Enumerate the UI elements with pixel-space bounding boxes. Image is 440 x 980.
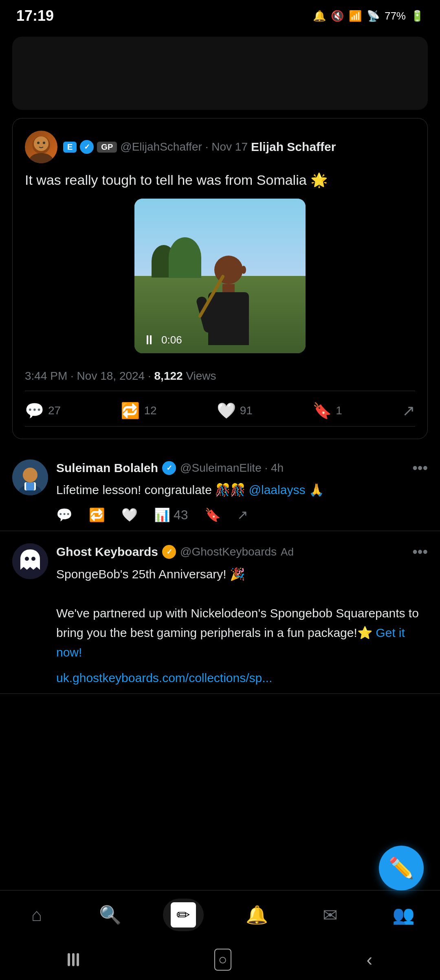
e-badge: E: [63, 142, 77, 153]
comment-actions-suleiman: 💬 🔁 🤍 📊 43 🔖 ↗: [56, 507, 428, 523]
retweet-count: 12: [144, 404, 156, 417]
username-row: E ✓ GP @ElijahSchaffer · Nov 17: [63, 140, 248, 154]
ad-label: Ad: [281, 546, 294, 558]
display-name: Elijah Schaffer: [251, 140, 336, 154]
ghost-handle: @GhostKeyboards: [180, 545, 277, 558]
ghost-verified: ✓: [162, 545, 176, 559]
mute-icon: 🔇: [331, 10, 344, 22]
suleiman-avatar[interactable]: [12, 459, 48, 495]
nav-notifications[interactable]: 🔔: [236, 899, 277, 931]
svg-point-11: [25, 557, 29, 561]
bookmark-count: 1: [336, 404, 342, 417]
like-action[interactable]: 🤍 91: [217, 402, 253, 420]
handle: @ElijahSchaffer: [120, 140, 202, 153]
back-btn[interactable]: ‹: [366, 949, 372, 970]
post-icon: ✏: [171, 902, 196, 928]
retweet-icon[interactable]: 🔁: [89, 507, 105, 523]
mail-icon: ✉: [323, 905, 338, 925]
mention[interactable]: @laalayss: [249, 483, 306, 497]
tweet-text: It was really tough to tell he was from …: [25, 170, 415, 190]
views-count: 43: [174, 508, 188, 523]
recent-apps-btn[interactable]: [68, 953, 79, 966]
share-icon: ↗: [402, 402, 415, 420]
svg-point-4: [43, 142, 45, 144]
reply-action[interactable]: 💬 27: [25, 402, 61, 420]
pause-icon[interactable]: ⏸: [143, 332, 156, 348]
tweet-media[interactable]: ⏸ 0:06: [134, 199, 306, 353]
timestamp-text: 3:44 PM · Nov 18, 2024: [25, 370, 145, 382]
reply-icon: 💬: [25, 402, 44, 420]
svg-point-6: [23, 468, 37, 482]
gp-badge: GP: [97, 142, 117, 153]
views-icon: 📊: [154, 507, 170, 523]
nav-messages[interactable]: ✉: [310, 899, 350, 931]
svg-point-1: [29, 153, 53, 163]
comment-tweet-suleiman: Suleiman Bolaleh ✓ @SuleimanElite · 4h •…: [0, 447, 440, 531]
signal-icon: 📡: [367, 10, 380, 22]
status-time: 17:19: [16, 7, 54, 24]
retweet-action[interactable]: 🔁 12: [121, 402, 156, 420]
status-icons: 🔔 🔇 📶 📡 77% 🔋: [313, 10, 424, 22]
nav-communities[interactable]: 👥: [383, 899, 424, 931]
notification-icon: 🔔: [313, 10, 326, 22]
get-it-now-link[interactable]: Get it now!: [56, 626, 405, 659]
comment-tweet-ghost: Ghost Keyboards ✓ @GhostKeyboards Ad •••…: [0, 531, 440, 694]
status-bar: 17:19 🔔 🔇 📶 📡 77% 🔋: [0, 0, 440, 28]
like-icon[interactable]: 🤍: [121, 507, 138, 523]
reply-count: 27: [48, 404, 61, 417]
comment-content-suleiman: Suleiman Bolaleh ✓ @SuleimanElite · 4h •…: [56, 459, 428, 523]
share-action[interactable]: ↗: [402, 402, 415, 420]
bell-icon: 🔔: [246, 904, 268, 925]
reply-icon[interactable]: 💬: [56, 507, 73, 523]
tweet-user-info: E ✓ GP @ElijahSchaffer · Nov 17 Elijah S…: [63, 140, 415, 154]
video-placeholder: [134, 199, 306, 353]
avatar[interactable]: [25, 131, 57, 163]
comment-header-suleiman: Suleiman Bolaleh ✓ @SuleimanElite · 4h •…: [56, 459, 428, 477]
verified-badge: ✓: [80, 140, 94, 154]
ghost-url[interactable]: uk.ghostkeyboards.com/collections/sp...: [56, 670, 428, 685]
people-icon: 👥: [392, 904, 415, 925]
nav-post[interactable]: ✏: [163, 899, 204, 931]
svg-point-12: [31, 557, 35, 561]
comment-content-ghost: Ghost Keyboards ✓ @GhostKeyboards Ad •••…: [56, 543, 428, 685]
wifi-icon: 📶: [349, 10, 362, 22]
home-btn[interactable]: ○: [214, 949, 231, 971]
svg-point-2: [34, 136, 48, 151]
battery-icon: 🔋: [411, 10, 424, 22]
retweet-icon: 🔁: [121, 402, 140, 420]
main-tweet-card: E ✓ GP @ElijahSchaffer · Nov 17 Elijah S…: [12, 118, 428, 439]
suleiman-name: Suleiman Bolaleh: [56, 461, 158, 475]
bottom-nav: ⌂ 🔍 ✏ 🔔 ✉ 👥: [0, 890, 440, 939]
compose-fab[interactable]: ✏️: [379, 846, 424, 890]
home-icon: ⌂: [31, 905, 42, 925]
comment-header-ghost: Ghost Keyboards ✓ @GhostKeyboards Ad •••: [56, 543, 428, 560]
nav-home[interactable]: ⌂: [16, 899, 57, 931]
heart-icon: 🤍: [217, 402, 236, 420]
ghost-name: Ghost Keyboards: [56, 545, 158, 559]
more-options-btn[interactable]: •••: [412, 459, 428, 477]
video-controls[interactable]: ⏸ 0:06: [143, 332, 182, 348]
more-options-btn-ghost[interactable]: •••: [412, 543, 428, 560]
svg-point-3: [37, 142, 40, 144]
tweet-date: Nov 17: [211, 140, 248, 153]
bookmark-icon: 🔖: [312, 402, 332, 420]
share-icon[interactable]: ↗: [237, 507, 248, 523]
like-count: 91: [240, 404, 253, 417]
tweet-timestamp: 3:44 PM · Nov 18, 2024 · 8,122 Views: [25, 361, 415, 391]
views-action: 📊 43: [154, 507, 188, 523]
battery-label: 77%: [385, 10, 406, 22]
ghost-text: SpongeBob's 25th Anniversary! 🎉 We've pa…: [56, 564, 428, 662]
android-nav-bar: ○ ‹: [0, 939, 440, 980]
suleiman-verified: ✓: [162, 461, 176, 475]
previous-content-cutoff: [12, 37, 428, 110]
nav-search[interactable]: 🔍: [90, 899, 130, 931]
tweet-actions: 💬 27 🔁 12 🤍 91 🔖 1 ↗: [25, 395, 415, 427]
handle-date: @ElijahSchaffer · Nov 17: [120, 140, 248, 153]
svg-rect-9: [26, 482, 34, 490]
ghost-avatar[interactable]: [12, 543, 48, 579]
search-icon: 🔍: [99, 904, 121, 925]
bookmark-action[interactable]: 🔖 1: [312, 402, 342, 420]
bookmark-icon[interactable]: 🔖: [205, 507, 221, 523]
tweet-header: E ✓ GP @ElijahSchaffer · Nov 17 Elijah S…: [25, 131, 415, 163]
views-label: Views: [186, 370, 216, 382]
